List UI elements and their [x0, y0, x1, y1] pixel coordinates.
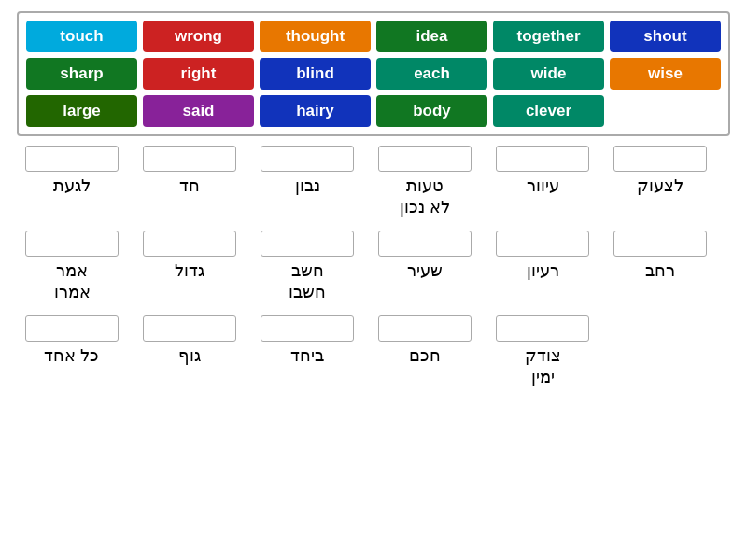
match-input-1-3[interactable] — [378, 231, 472, 257]
match-input-0-3[interactable] — [378, 146, 472, 172]
match-group-1-2: חשבחשבו — [252, 231, 362, 304]
match-label-0-0: לגעת — [53, 175, 91, 197]
match-group-0-1: חד — [134, 146, 245, 197]
match-group-0-5: לצעוק — [605, 146, 715, 197]
match-input-1-2[interactable] — [261, 231, 354, 257]
match-label-0-5: לצעוק — [637, 175, 684, 197]
word-chip[interactable]: each — [376, 58, 487, 90]
word-chip[interactable]: wide — [493, 58, 604, 90]
match-group-2-4: צודק ימין — [487, 315, 598, 389]
match-input-2-2[interactable] — [261, 315, 354, 342]
match-label-0-2: נבון — [295, 175, 320, 197]
match-input-2-1[interactable] — [143, 315, 236, 342]
match-group-2-1: גוף — [134, 315, 245, 367]
match-input-1-4[interactable] — [496, 231, 589, 257]
match-label-1-4: רעיון — [527, 260, 559, 282]
word-chip[interactable]: body — [376, 95, 487, 127]
word-chip[interactable]: clever — [493, 95, 604, 127]
match-row-2: כל אחדגוףביחדחכםצודק ימין — [17, 315, 730, 389]
match-group-1-3: שעיר — [370, 231, 480, 282]
match-group-1-0: אמראמרו — [17, 231, 127, 304]
word-chip[interactable]: wise — [610, 58, 721, 90]
match-input-2-4[interactable] — [496, 315, 589, 342]
match-input-1-5[interactable] — [613, 231, 707, 257]
match-input-0-0[interactable] — [25, 146, 119, 172]
match-row-0: לגעתחדנבוןטעות לא נכוןעיוורלצעוק — [17, 146, 730, 219]
match-input-0-2[interactable] — [261, 146, 354, 172]
match-label-2-4: צודק ימין — [525, 345, 561, 389]
word-chip[interactable]: hairy — [260, 95, 371, 127]
match-input-1-0[interactable] — [25, 231, 119, 257]
match-input-0-1[interactable] — [143, 146, 236, 172]
word-chip[interactable]: blind — [260, 58, 371, 90]
match-group-1-4: רעיון — [487, 231, 598, 282]
match-group-1-5: רחב — [605, 231, 715, 282]
match-group-2-3: חכם — [370, 315, 480, 367]
match-label-1-3: שעיר — [407, 260, 443, 282]
word-chip[interactable]: said — [143, 95, 254, 127]
word-chip[interactable]: sharp — [26, 58, 137, 90]
word-chip[interactable]: wrong — [143, 21, 254, 52]
word-chip[interactable]: large — [26, 95, 137, 127]
word-chip[interactable]: thought — [260, 21, 371, 52]
word-chip[interactable]: together — [493, 21, 604, 52]
match-input-1-1[interactable] — [143, 231, 236, 257]
match-label-2-2: ביחד — [290, 345, 324, 367]
match-input-0-5[interactable] — [613, 146, 707, 172]
match-label-0-4: עיוור — [527, 175, 559, 197]
match-group-2-2: ביחד — [252, 315, 362, 367]
matching-area: לגעתחדנבוןטעות לא נכוןעיוורלצעוקאמראמרוג… — [17, 146, 730, 388]
word-chip[interactable]: idea — [376, 21, 487, 52]
match-group-0-2: נבון — [252, 146, 362, 197]
match-row-1: אמראמרוגדולחשבחשבושעיררעיוןרחב — [17, 231, 730, 304]
match-label-2-3: חכם — [409, 345, 441, 367]
match-label-0-3: טעות לא נכון — [400, 175, 450, 219]
match-group-2-0: כל אחד — [17, 315, 127, 367]
match-group-0-0: לגעת — [17, 146, 127, 197]
match-label-2-0: כל אחד — [44, 345, 99, 367]
match-group-1-1: גדול — [134, 231, 245, 282]
match-label-1-1: גדול — [175, 260, 204, 282]
word-chip[interactable]: touch — [26, 21, 137, 52]
match-label-2-1: גוף — [178, 345, 201, 367]
match-input-2-0[interactable] — [25, 315, 119, 342]
match-group-0-4: עיוור — [487, 146, 598, 197]
match-input-0-4[interactable] — [496, 146, 589, 172]
match-label-1-0: אמראמרו — [54, 260, 91, 304]
match-group-0-3: טעות לא נכון — [370, 146, 480, 219]
word-chip[interactable]: shout — [610, 21, 721, 52]
match-label-1-5: רחב — [645, 260, 675, 282]
word-chip[interactable]: right — [143, 58, 254, 90]
match-label-1-2: חשבחשבו — [289, 260, 326, 304]
word-bank-container: touchwrongthoughtideatogethershoutsharpr… — [17, 11, 730, 136]
match-label-0-1: חד — [179, 175, 200, 197]
match-input-2-3[interactable] — [378, 315, 472, 342]
